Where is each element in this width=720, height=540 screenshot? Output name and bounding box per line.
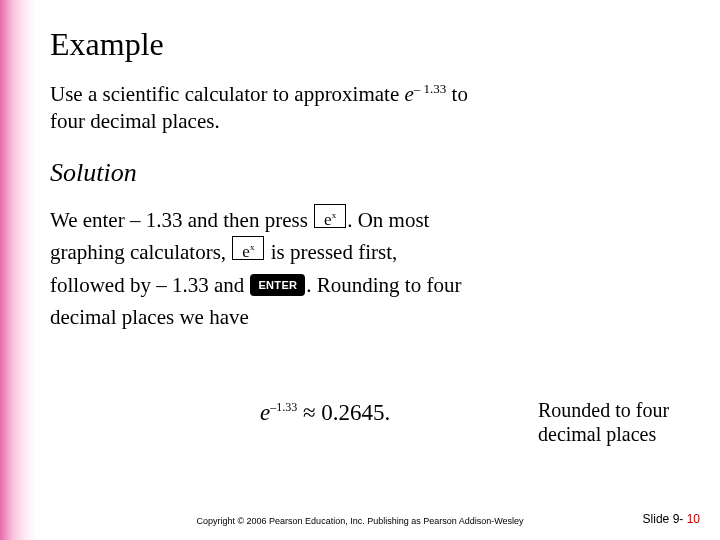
eq-approx: ≈ 0.2645.: [297, 400, 390, 425]
pink-sidebar: [0, 0, 36, 540]
body-3a: followed by – 1.33 and: [50, 273, 249, 297]
rounded-note: Rounded to four decimal places: [538, 398, 708, 446]
slide-heading: Example: [50, 26, 690, 63]
body-1a: We enter – 1.33 and then press: [50, 208, 313, 232]
body-2a: graphing calculators,: [50, 240, 231, 264]
rounded-l1: Rounded to four: [538, 399, 669, 421]
ex-key-2: ex: [232, 236, 264, 260]
solution-heading: Solution: [50, 158, 690, 188]
slide-content: Example Use a scientific calculator to a…: [50, 26, 690, 334]
body-3b: . Rounding to four: [306, 273, 461, 297]
problem-text-a: Use a scientific calculator to approxima…: [50, 82, 405, 106]
key-e-2: e: [242, 242, 250, 261]
slide-number: Slide 9- 10: [643, 512, 700, 526]
key-x-1: x: [332, 210, 337, 220]
problem-line2: four decimal places.: [50, 109, 220, 133]
problem-statement: Use a scientific calculator to approxima…: [50, 81, 690, 136]
body-4: decimal places we have: [50, 305, 249, 329]
eq-exp: –1.33: [270, 400, 297, 414]
e-exponent: – 1.33: [414, 81, 447, 96]
key-x-2: x: [250, 242, 255, 252]
body-1b: . On most: [347, 208, 429, 232]
eq-e: e: [260, 400, 270, 425]
enter-key: ENTER: [250, 274, 305, 296]
body-2b: is pressed first,: [271, 240, 398, 264]
slide-label: Slide 9-: [643, 512, 687, 526]
equation: e–1.33 ≈ 0.2645.: [260, 400, 390, 426]
slide-no-value: 10: [687, 512, 700, 526]
solution-body: We enter – 1.33 and then press ex. On mo…: [50, 204, 690, 334]
copyright: Copyright © 2006 Pearson Education, Inc.…: [0, 516, 720, 526]
ex-key-1: ex: [314, 204, 346, 228]
key-e-1: e: [324, 210, 332, 229]
problem-text-b: to: [446, 82, 468, 106]
rounded-l2: decimal places: [538, 423, 656, 445]
e-symbol: e: [405, 82, 414, 106]
